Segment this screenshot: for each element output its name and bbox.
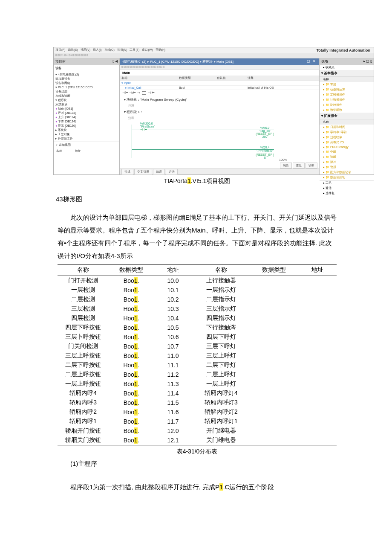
menu-item[interactable]: 工具(T)	[130, 48, 139, 53]
ladder-diagram[interactable]: %M200.0 "FirstScan" ⊣ ⊢ %M0.0 "Tag_45" (…	[132, 122, 312, 160]
tree-item[interactable]: ▾ 4层电梯独立 (2)	[55, 73, 118, 77]
project-tree-panel: 项目树▯ ◀ 设备 ▾ 4层电梯独立 (2) 添加新设备 设备和网络 ▾ PLC…	[54, 58, 120, 174]
instruction-folder[interactable]: ▸ 📁 警报	[320, 165, 374, 170]
tree-item[interactable]: 设备组态	[55, 90, 118, 94]
menu-item[interactable]: 窗口(W)	[142, 48, 153, 53]
instruction-folder[interactable]: ▸ 📁 配方和数据记录	[320, 170, 374, 175]
instruction-folder[interactable]: ▸ 📁 比较操作	[320, 102, 374, 108]
menu-item[interactable]: 项目(P)	[55, 48, 65, 53]
table-row: 轿厢内呼4Boo1.11.4轿厢内呼灯4	[58, 389, 337, 398]
io-header: 名称	[192, 264, 250, 276]
table-row: 门打开检测Boo1.10.0上行接触器	[58, 276, 337, 286]
instruction-folder[interactable]: ▸ 📁 字符串+字符	[320, 130, 374, 135]
tree-item[interactable]: 呼叫 [OB123]	[55, 111, 118, 115]
panel-controls[interactable]: ▸ ▢ ▯	[363, 59, 372, 64]
coil-op: (RESET_BF )	[256, 132, 274, 135]
coil-count: 200	[256, 135, 274, 138]
io-header: 数槲类型	[109, 264, 153, 276]
instruction-folder[interactable]: ▸ 📁 分布式 I/O	[320, 140, 374, 145]
segment-comment2: 注释	[120, 116, 319, 120]
bottom-tabs: 常规 交叉引用 编译 语法	[120, 169, 319, 174]
table-row: 三层卜呼按钮Bou1.10.6四层下呼灯	[58, 332, 337, 342]
instruction-folder[interactable]: ▸ 📁 日期和时间	[320, 125, 374, 130]
io-header: 数据类型	[250, 264, 298, 276]
menu-item[interactable]: 视图(V)	[81, 48, 90, 53]
tree-item[interactable]: 添加新设备	[55, 77, 118, 81]
block-name: Main	[120, 70, 319, 76]
tree-item[interactable]: 上升 [OB124]	[55, 115, 118, 119]
menu-item[interactable]: 插入(I)	[93, 48, 102, 53]
table-row: 一层上呼按钮Boo1.11.3一层上呼灯	[58, 379, 337, 389]
contact-name: "FirstScan"	[140, 125, 155, 128]
tab-diagnostics[interactable]: 诊断	[306, 163, 317, 169]
tab-compile[interactable]: 编译	[153, 169, 165, 175]
menu-item[interactable]: 选项(N)	[117, 48, 127, 53]
tab-general[interactable]: 常规	[121, 169, 133, 175]
tree-item[interactable]: 下降 [OB124]	[55, 119, 118, 124]
col-name: 名称	[320, 119, 374, 125]
instruction-folder[interactable]: ▸ 📁 位逻辑运算	[320, 87, 374, 92]
tree-item[interactable]: ▸ 外部源文件	[55, 137, 118, 141]
table-row: 二层下呼按钮Hoo1.11.1二层下呼灯	[58, 360, 337, 370]
tree-item[interactable]: 设备和网络	[55, 81, 118, 85]
section-heading: 43梯形图	[56, 195, 337, 203]
ext-instructions-title[interactable]: ▾ 扩展指令	[320, 113, 374, 119]
instruction-folder[interactable]: ▸ 📁 过程映像	[320, 135, 374, 140]
tree-item[interactable]: ▾ PLC_1 [CPU 1215C DC/D...	[55, 85, 118, 90]
editor-panel: 4层电梯独立 (2) ▸ PLC_1 [CPU 1215C DC/DC/DC] …	[120, 58, 319, 174]
coil-name: "Tag_45"	[256, 129, 274, 132]
tab-syntax[interactable]: 语法	[166, 169, 178, 175]
col-name: 名称	[320, 77, 374, 82]
instruction-folder[interactable]: ▸ 📁 定时器操作	[320, 92, 374, 97]
table-row: 二层检测Boo1.10.2二层指示灯	[58, 295, 337, 304]
tab-properties[interactable]: 属性	[280, 163, 292, 169]
instruction-folder[interactable]: ▸ 📁 数学函数	[320, 108, 374, 113]
tree-item[interactable]: ▸ 系统块	[55, 128, 118, 132]
window-controls[interactable]: _ ▢ ✕	[302, 59, 317, 64]
tree-item[interactable]: ▸ 工艺对象	[55, 132, 118, 137]
menu-item[interactable]: 在线(O)	[104, 48, 115, 53]
col-name: 名称	[56, 149, 62, 153]
table-row: 二层上呼按钮Boo1.11.2二层上呼灯	[58, 370, 337, 379]
segment-label: ▾ 程序段 1：	[120, 108, 319, 116]
coil-address: %Q0.4	[256, 146, 274, 149]
tab-crossref[interactable]: 交叉引用	[134, 169, 152, 175]
detail-view-toggle[interactable]: ✓ 详细视图	[54, 142, 119, 148]
instruction-folder[interactable]: ▸ 📁 脉冲	[320, 160, 374, 165]
tree-item[interactable]: 添加新块	[55, 102, 118, 107]
instruction-folder[interactable]: ▸ 📁 PROFIenergy	[320, 145, 374, 149]
table-row: 轿厢关门按钮Boo1.12.1关门维电器	[58, 436, 337, 445]
favorites-section[interactable]: ▸ 收藏夹	[320, 65, 374, 70]
tech-section[interactable]: ▸ 工艺	[320, 180, 374, 186]
tree-item[interactable]: 显示 [OB126]	[55, 124, 118, 128]
tree-item[interactable]: Main [OB1]	[55, 107, 118, 111]
col-addr: 地址	[75, 149, 81, 153]
coil-address: %M0.0	[256, 126, 274, 129]
toolbar: ▯ ▯ ▯ ✂ ▯ × ▯ ± ▯ ▯ ▯ ▯ ▯ ▯ ▯ ▯	[54, 53, 374, 58]
segment-comment: 注释	[120, 104, 319, 108]
subsection-label: (1)主程序	[70, 460, 337, 468]
instruction-folder[interactable]: ▸ 📁 数据块控制	[320, 175, 374, 180]
instruction-folder[interactable]: ▸ 📁 诊断	[320, 154, 374, 160]
instruction-folder[interactable]: ▸ 📁 常规	[320, 82, 374, 87]
project-tree[interactable]: ▾ 4层电梯独立 (2) 添加新设备 设备和网络 ▾ PLC_1 [CPU 12…	[54, 72, 119, 142]
var-header: 数据类型	[177, 76, 215, 81]
menu-item[interactable]: 帮助(H)	[156, 48, 166, 53]
basic-instructions-title[interactable]: ▾ 基本指令	[320, 70, 374, 77]
comm-section[interactable]: ▸ 通信	[320, 186, 374, 191]
panel-controls[interactable]: ▯ ◀	[112, 59, 118, 64]
status-tabs: 属性 信息 诊断	[280, 163, 317, 169]
tree-item[interactable]: 在线和诊断	[55, 94, 118, 98]
options-section[interactable]: ▸ 选件包	[320, 191, 374, 196]
editor-path: 4层电梯独立 (2) ▸ PLC_1 [CPU 1215C DC/DC/DC] …	[122, 59, 233, 64]
instruction-folder[interactable]: ▸ 📁 中断	[320, 149, 374, 154]
table-caption: 表4-31/0分布表	[58, 448, 337, 456]
menu-item[interactable]: 编辑(E)	[68, 48, 78, 53]
tree-item[interactable]: ▾ 程序块	[55, 98, 118, 102]
var-header: 名称	[120, 76, 177, 81]
tab-info[interactable]: 信息	[293, 163, 305, 169]
ladder-toolbar: ⊣⊢ ⊣/⊢ ⊸ ⊣ ⊢	[120, 90, 319, 96]
instructions-panel: 选项▸ ▢ ▯ ▸ 收藏夹 ▾ 基本指令 名称 ▸ 📁 常规 ▸ 📁 位逻辑运算…	[319, 58, 374, 174]
body-paragraph-2: 程序段1为第一次扫描, 由此整段程序开始进行, 完成P1.C运行的五个阶段	[58, 481, 337, 494]
instruction-folder[interactable]: ▸ 📁 计数器操作	[320, 97, 374, 102]
